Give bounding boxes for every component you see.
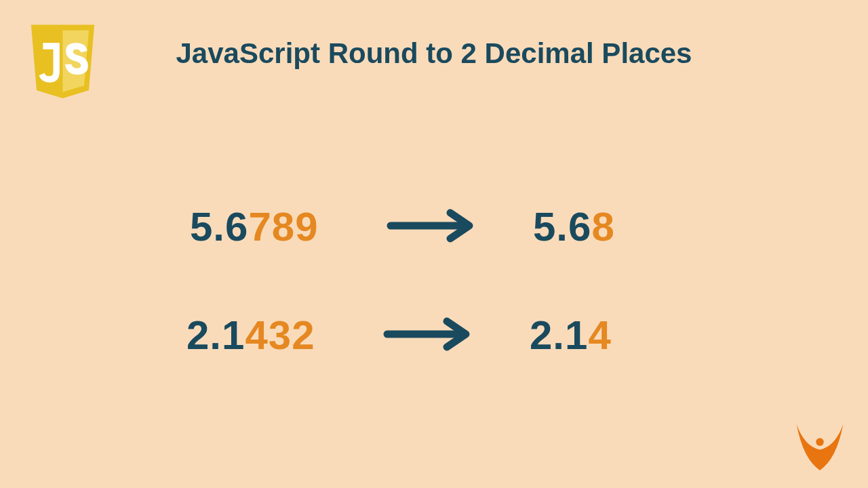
svg-point-4 xyxy=(816,438,823,445)
number-prefix: 2.1 xyxy=(530,312,588,358)
number-prefix: 5.6 xyxy=(533,204,591,249)
number-highlighted: 8 xyxy=(591,204,614,249)
output-number: 5.68 xyxy=(515,203,615,250)
number-prefix: 5.6 xyxy=(190,204,248,249)
example-row: 2.1432 2.14 xyxy=(186,312,612,359)
number-highlighted: 789 xyxy=(248,204,318,249)
page-title: JavaScript Round to 2 Decimal Places xyxy=(176,37,692,70)
input-number: 5.6789 xyxy=(190,203,346,250)
number-highlighted: 432 xyxy=(245,312,315,358)
number-highlighted: 4 xyxy=(588,312,611,358)
example-row: 5.6789 5.68 xyxy=(190,203,615,250)
input-number: 2.1432 xyxy=(186,312,342,359)
js-shield-icon xyxy=(27,20,98,100)
arrow-right-icon xyxy=(387,209,475,245)
arrow-right-icon xyxy=(383,317,471,354)
person-raised-arms-icon xyxy=(792,418,848,473)
output-number: 2.14 xyxy=(512,312,612,359)
number-prefix: 2.1 xyxy=(186,312,245,358)
